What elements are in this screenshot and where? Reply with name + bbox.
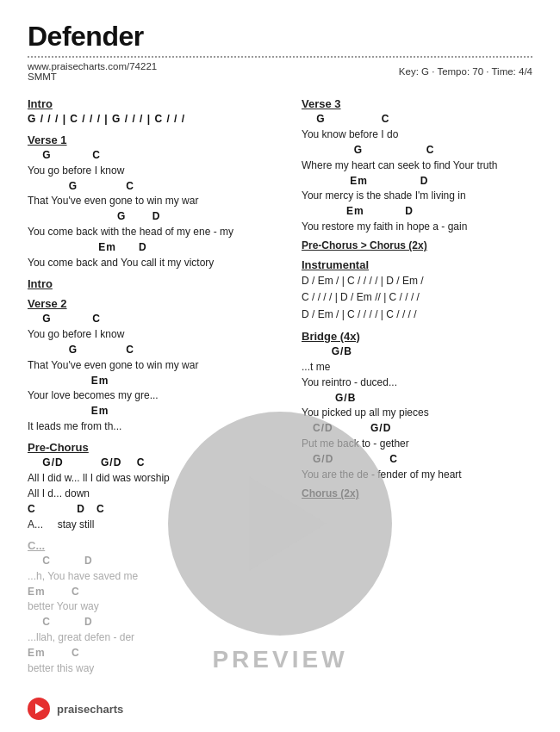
v1-chord1: G C	[28, 148, 277, 163]
v3-chord3: Em D	[302, 174, 532, 189]
section-pre-chorus-ref: Pre-Chorus > Chorus (2x)	[302, 239, 532, 251]
section-intro: Intro G / / / | C / / / | G / / / | C / …	[28, 97, 277, 127]
v1-lyric4: You come back and You call it my victory	[28, 255, 277, 270]
intro-chord: G / / / | C / / / | G / / / | C / / /	[28, 112, 277, 127]
play-icon	[249, 476, 327, 571]
verse2-title: Verse 2	[28, 297, 277, 310]
v1-chord4: Em D	[28, 240, 277, 255]
pre-chorus-ref-label: Pre-Chorus > Chorus (2x)	[302, 239, 532, 251]
intro2-title: Intro	[28, 277, 277, 290]
section-intro2: Intro	[28, 277, 277, 290]
v3-lyric4: You restore my faith in hope a - gain	[302, 219, 532, 234]
v3-chord4: Em D	[302, 204, 532, 219]
v3-chord1: G C	[302, 112, 532, 127]
v3-lyric3: Your mercy is the shade I'm living in	[302, 188, 532, 203]
inst-line3: D / Em / | C / / / / | C / / / /	[302, 307, 532, 323]
divider	[28, 56, 532, 58]
v3-lyric2: Where my heart can seek to find Your tru…	[302, 158, 532, 173]
v2-chord1: G C	[28, 312, 277, 326]
play-button[interactable]	[168, 412, 392, 636]
v2-lyric1: You go before I know	[28, 326, 277, 342]
url: www.praisecharts.com/74221	[28, 61, 157, 71]
preview-overlay[interactable]: PREVIEW	[0, 353, 560, 732]
intro-title: Intro	[28, 97, 277, 110]
v1-lyric1: You go before I know	[28, 163, 277, 178]
page: Defender www.praisecharts.com/74221 SMMT…	[0, 0, 560, 732]
song-title: Defender	[28, 21, 532, 53]
code: SMMT	[28, 71, 157, 82]
section-instrumental: Instrumental D / Em / | C / / / / | D / …	[302, 258, 532, 323]
bridge-title: Bridge (4x)	[302, 330, 532, 343]
v1-lyric2: That You've even gone to win my war	[28, 193, 277, 208]
meta-row: www.praisecharts.com/74221 SMMT Key: G ·…	[28, 61, 532, 82]
meta-right: Key: G · Tempo: 70 · Time: 4/4	[399, 66, 532, 77]
preview-label: PREVIEW	[212, 646, 347, 673]
v3-chord2: G C	[302, 143, 532, 158]
v1-lyric3: You come back with the head of my ene - …	[28, 224, 277, 239]
tempo: Tempo: 70	[437, 66, 483, 77]
key: Key: G	[399, 66, 429, 77]
chorus-ref-label: Chorus (2x)	[370, 239, 427, 251]
v3-lyric1: You know before I do	[302, 127, 532, 142]
verse3-title: Verse 3	[302, 97, 532, 110]
meta-left: www.praisecharts.com/74221 SMMT	[28, 61, 157, 82]
time: Time: 4/4	[491, 66, 532, 77]
instrumental-title: Instrumental	[302, 258, 532, 271]
verse1-title: Verse 1	[28, 133, 277, 146]
v1-chord3: G D	[28, 209, 277, 224]
section-verse1: Verse 1 G C You go before I know G C Tha…	[28, 133, 277, 270]
v1-chord2: G C	[28, 179, 277, 194]
section-verse3: Verse 3 G C You know before I do G C Whe…	[302, 97, 532, 234]
inst-line2: C / / / / | D / Em // | C / / / /	[302, 289, 532, 306]
inst-line1: D / Em / | C / / / / | D / Em /	[302, 273, 532, 289]
